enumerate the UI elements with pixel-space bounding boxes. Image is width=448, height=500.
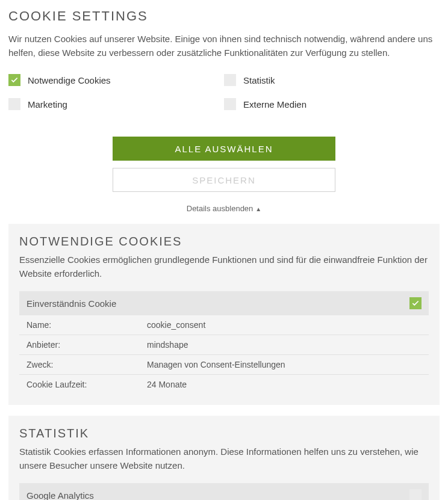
option-external: Externe Medien [224,98,440,110]
option-label-statistics: Statistik [243,75,275,85]
option-statistics: Statistik [224,74,440,86]
check-icon [10,76,19,84]
toggle-details-link[interactable]: Details ausblenden▲ [8,204,440,213]
checkbox-statistics[interactable] [224,74,236,86]
section-necessary: NOTWENDIGE COOKIES Essenzielle Cookies e… [8,224,440,405]
option-necessary: Notwendige Cookies [8,74,224,86]
section-statistics-title: STATISTIK [19,427,429,440]
cookie-title-consent: Einverständnis Cookie [26,298,116,309]
cookie-checkbox-ga[interactable] [409,489,422,500]
section-necessary-desc: Essenzielle Cookies ermöglichen grundleg… [19,253,429,280]
chevron-up-icon: ▲ [255,206,261,212]
option-label-external: Externe Medien [243,99,306,110]
cookie-checkbox-consent[interactable] [409,297,422,309]
options-grid: Notwendige Cookies Statistik Marketing E… [8,74,440,122]
cookie-key-duration: Cookie Laufzeit: [26,380,147,389]
option-marketing: Marketing [8,98,224,110]
cookie-val-name: cookie_consent [147,320,422,330]
checkbox-necessary[interactable] [8,74,20,86]
save-button[interactable]: SPEICHERN [113,168,335,192]
select-all-button[interactable]: ALLE AUSWÄHLEN [113,137,335,161]
cookie-key-name: Name: [26,320,147,330]
section-necessary-title: NOTWENDIGE COOKIES [19,235,429,248]
option-label-necessary: Notwendige Cookies [28,75,111,85]
cookie-key-purpose: Zweck: [26,360,147,369]
toggle-details-label: Details ausblenden [187,204,254,213]
section-statistics-desc: Statistik Cookies erfassen Informationen… [19,445,429,472]
checkbox-external[interactable] [224,98,236,110]
checkbox-marketing[interactable] [8,98,20,110]
cookie-title-ga: Google Analytics [26,490,94,501]
table-row: Cookie Laufzeit: 24 Monate [19,374,429,394]
table-row: Zweck: Managen von Consent-Einstellungen [19,354,429,374]
cookie-val-duration: 24 Monate [147,380,422,389]
cookie-header-consent: Einverständnis Cookie [19,291,429,315]
cookie-val-purpose: Managen von Consent-Einstellungen [147,360,422,369]
button-group: ALLE AUSWÄHLEN SPEICHERN [8,137,440,192]
cookie-val-provider: mindshape [147,340,422,350]
cookie-table-consent: Name: cookie_consent Anbieter: mindshape… [19,315,429,394]
option-label-marketing: Marketing [28,99,67,110]
dialog-intro: Wir nutzen Cookies auf unserer Website. … [8,32,440,60]
section-statistics: STATISTIK Statistik Cookies erfassen Inf… [8,416,440,500]
table-row: Name: cookie_consent [19,315,429,335]
dialog-title: COOKIE SETTINGS [8,8,440,24]
table-row: Anbieter: mindshape [19,335,429,354]
cookie-key-provider: Anbieter: [26,340,147,350]
check-icon [411,299,420,307]
cookie-header-ga: Google Analytics [19,483,429,500]
